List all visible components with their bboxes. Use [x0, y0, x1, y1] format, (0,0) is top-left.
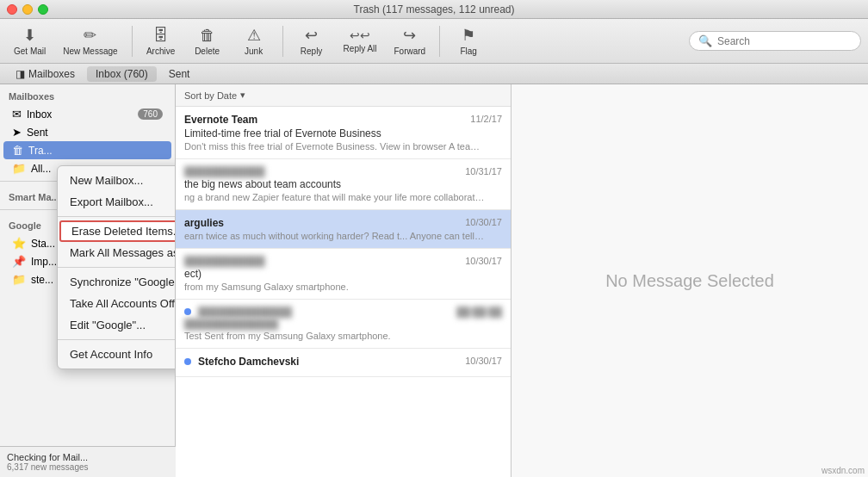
context-export-mailbox[interactable]: Export Mailbox...	[58, 191, 176, 213]
status-bar: Checking for Mail... 6,317 new messages	[0, 446, 176, 477]
important-icon: 📌	[12, 255, 26, 268]
archive-label: Archive	[146, 46, 175, 56]
tab-bar: ◨ Mailboxes Inbox (760) Sent	[0, 64, 868, 84]
all-icon: 📁	[12, 162, 26, 175]
junk-label: Junk	[245, 46, 263, 56]
message-item[interactable]: ████████████ 10/31/17 the big news about…	[176, 159, 511, 210]
detail-pane: No Message Selected	[512, 84, 868, 477]
new-message-label: New Message	[63, 46, 117, 56]
message-subject: ect)	[184, 268, 502, 280]
unread-dot	[184, 308, 191, 315]
message-item[interactable]: ████████████ 10/30/17 ect) from my Samsu…	[176, 249, 511, 300]
tab-mailboxes[interactable]: ◨ Mailboxes	[7, 66, 84, 82]
sent-icon: ➤	[12, 126, 22, 139]
delete-button[interactable]: 🗑 Delete	[186, 23, 229, 59]
get-mail-button[interactable]: ⬇ Get Mail	[7, 22, 53, 59]
message-subject: the big news about team accounts	[184, 178, 502, 190]
junk-icon: ⚠	[247, 26, 261, 45]
toolbar-separator-3	[439, 26, 440, 57]
junk-button[interactable]: ⚠ Junk	[232, 22, 276, 59]
reply-all-label: Reply All	[344, 44, 377, 53]
mailboxes-icon: ◨	[16, 68, 25, 80]
message-item-header: Stefcho Damchevski 10/30/17	[184, 356, 502, 368]
delete-label: Delete	[195, 46, 220, 56]
context-erase-deleted[interactable]: Erase Deleted Items...	[59, 220, 176, 242]
starred-icon: ⭐	[12, 237, 26, 250]
message-item-header: ████████████ 10/31/17	[184, 166, 502, 177]
message-date: 10/30/17	[465, 356, 502, 368]
message-sender: ████████████	[184, 256, 265, 266]
sidebar-item-trash[interactable]: 🗑 Tra...	[3, 141, 171, 159]
search-icon: 🔍	[698, 34, 712, 47]
sidebar-item-inbox[interactable]: ✉ Inbox 760	[3, 105, 171, 123]
archive-button[interactable]: 🗄 Archive	[140, 23, 183, 59]
context-take-offline[interactable]: Take All Accounts Offline	[58, 293, 176, 314]
search-input[interactable]	[717, 35, 852, 47]
archive-icon: 🗄	[153, 27, 169, 45]
message-item[interactable]: Stefcho Damchevski 10/30/17	[176, 349, 511, 377]
message-preview: earn twice as much without working harde…	[184, 231, 486, 241]
message-item[interactable]: argulies 10/30/17 earn twice as much wit…	[176, 210, 511, 249]
message-sender: Evernote Team	[184, 114, 257, 126]
sent-label: Sent	[27, 127, 163, 139]
tab-inbox[interactable]: Inbox (760)	[87, 66, 157, 82]
message-sender: ████████████	[184, 166, 265, 177]
close-button[interactable]	[7, 4, 17, 15]
message-list: Sort by Date ▾ Evernote Team 11/2/17 Lim…	[176, 84, 512, 477]
main-layout: Mailboxes ✉ Inbox 760 ➤ Sent 🗑 Tra... 📁 …	[0, 84, 868, 477]
inbox-tab-label: Inbox (760)	[96, 68, 148, 80]
new-message-button[interactable]: ✏ New Message	[56, 22, 124, 59]
message-list-header: Sort by Date ▾	[176, 84, 511, 107]
context-sync-google[interactable]: Synchronize "Google"	[58, 271, 176, 293]
message-item-header: ██████████████ ██/██/██	[184, 307, 502, 317]
forward-label: Forward	[394, 46, 426, 56]
sidebar-item-sent[interactable]: ➤ Sent	[3, 123, 171, 141]
forward-button[interactable]: ↪ Forward	[388, 22, 433, 59]
get-mail-label: Get Mail	[14, 46, 46, 56]
reply-button[interactable]: ↩ Reply	[290, 22, 333, 59]
message-preview: Test Sent from my Samsung Galaxy smartph…	[184, 331, 486, 341]
context-mark-all-read[interactable]: Mark All Messages as Read	[58, 242, 176, 263]
sort-chevron-icon: ▾	[240, 90, 245, 101]
sent-tab-label: Sent	[169, 68, 190, 80]
context-edit-google[interactable]: Edit "Google"...	[58, 314, 176, 336]
flag-icon: ⚑	[462, 26, 475, 45]
ste-icon: 📁	[12, 273, 26, 286]
message-subject: ██████████████	[184, 319, 502, 329]
sort-label: Sort by Date	[184, 90, 237, 101]
forward-icon: ↪	[403, 26, 416, 45]
message-sender: Stefcho Damchevski	[198, 356, 299, 368]
trash-icon: 🗑	[12, 144, 23, 157]
context-separator-1	[58, 216, 176, 217]
context-get-account-info[interactable]: Get Account Info	[58, 344, 176, 365]
message-item-header: ████████████ 10/30/17	[184, 256, 502, 266]
reply-icon: ↩	[305, 26, 318, 45]
tab-sent[interactable]: Sent	[160, 66, 199, 82]
toolbar: ⬇ Get Mail ✏ New Message 🗄 Archive 🗑 Del…	[0, 19, 868, 64]
status-sub: 6,317 new messages	[7, 462, 169, 472]
message-item[interactable]: ██████████████ ██/██/██ ██████████████ T…	[176, 300, 511, 349]
message-sender: ██████████████	[198, 307, 292, 317]
search-box[interactable]: 🔍	[689, 31, 861, 51]
unread-dot	[184, 358, 191, 365]
watermark: wsxdn.com	[822, 466, 865, 475]
message-preview: ng a brand new Zapier feature that will …	[184, 192, 486, 202]
reply-all-button[interactable]: ↩↩ Reply All	[337, 25, 384, 57]
minimize-button[interactable]	[22, 4, 33, 15]
message-sender: argulies	[184, 217, 224, 229]
reply-label: Reply	[301, 46, 323, 56]
message-item[interactable]: Evernote Team 11/2/17 Limited-time free …	[176, 107, 511, 159]
window-controls[interactable]	[7, 4, 48, 15]
message-preview: Don't miss this free trial of Evernote B…	[184, 141, 486, 152]
message-date: 10/30/17	[465, 217, 502, 229]
message-subject: Limited-time free trial of Evernote Busi…	[184, 127, 502, 139]
flag-button[interactable]: ⚑ Flag	[447, 22, 490, 59]
context-new-mailbox[interactable]: New Mailbox...	[58, 170, 176, 191]
maximize-button[interactable]	[38, 4, 48, 15]
context-separator-3	[58, 339, 176, 340]
status-text: Checking for Mail...	[7, 452, 169, 462]
toolbar-separator-2	[282, 26, 283, 57]
new-message-icon: ✏	[84, 26, 96, 45]
message-date: ██/██/██	[456, 307, 502, 317]
sidebar-header-mailboxes: Mailboxes	[0, 84, 175, 105]
